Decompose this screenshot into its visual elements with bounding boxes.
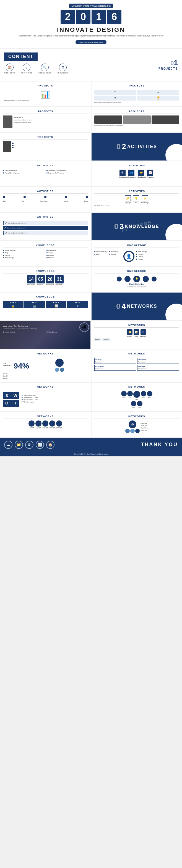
col-dot-1 xyxy=(3,170,4,171)
section-04-text: NETWORKS xyxy=(127,304,157,309)
kn-dot-2 xyxy=(47,250,48,251)
radial-chart-person: 👤 xyxy=(123,251,134,262)
bubble-sub-row xyxy=(125,429,140,433)
net-circ-dot-3 xyxy=(133,391,140,398)
act-text-5b: We think about service xyxy=(94,205,180,207)
bubble-diagram xyxy=(31,359,88,372)
net-circ-dot-4 xyxy=(141,391,146,396)
slide-networks-10b: NETWORKS 📁 Portfolio 📝 Blog ✏ Designing … xyxy=(91,321,182,349)
key-box-3: KEY 3 📊 xyxy=(46,301,67,308)
slide-knowledge-8a: KNOWLEDGE 14 PROJECT 1 05 PROJECT 2 28 P… xyxy=(0,267,91,292)
slide-title-p1a: PROJECTS xyxy=(3,84,88,88)
bubble-lbl-1: • Item One xyxy=(140,423,148,424)
footer-icon-gear[interactable]: ⚙ xyxy=(25,441,33,449)
bubble-s2 xyxy=(130,429,135,433)
slide-activities-5b: ACTIVITIES 🔑 Key Right 💡 Idea ⚡ Fast Des… xyxy=(92,187,182,212)
slide-text-p1b: Lorem ipsum dolor sit amet consectetur xyxy=(94,101,180,103)
footer-icon-cloud[interactable]: ☁ xyxy=(4,441,12,449)
slide-row-13: NETWORKS Key Right Key Right Key Right K… xyxy=(0,412,182,437)
slide-row-6: ACTIVITIES ↗ Lorem ipsum activity one ↗ … xyxy=(0,213,182,240)
footer-section: ☁ 📁 ⚙ 📊 🏠 THANK YOU xyxy=(0,438,182,452)
step-flow-11a: Step 01 Step 02 Step 03 xyxy=(3,373,88,379)
fnc-dot-5 xyxy=(56,421,62,427)
networks-text-10a: Lorem ipsum dolor sit amet consectetur a… xyxy=(3,328,88,330)
net-dot-1 xyxy=(3,332,4,333)
net-circle-7: Item xyxy=(137,401,142,409)
nav-item-projects[interactable]: 🏠 PROJECTS xyxy=(4,64,15,74)
slide-activities-5a: ACTIVITIES Start Plan Cooperation Launch… xyxy=(0,187,91,212)
photo-1 xyxy=(3,116,12,128)
net-circ-dot-1 xyxy=(121,391,127,396)
slide-row-5: ACTIVITIES Start Plan Cooperation Launch… xyxy=(0,187,182,212)
fnc-dot-3 xyxy=(42,421,48,427)
key-box-4: KEY 4 ⚙ xyxy=(67,301,88,308)
footer-icon-folder[interactable]: 📁 xyxy=(15,441,23,449)
icon-box-dev: ⚙ xyxy=(120,169,126,176)
main-title: INNOVATE DESIGN xyxy=(5,26,177,33)
networks-bubble-chart-13b: ⚙ • Item One • Item Two • Item Three • I… xyxy=(94,421,180,433)
step-label-3: Step 03 xyxy=(3,377,88,379)
slide-projects-2b: PROJECTS Lorem ipsum · Lorem ipsum · Lor… xyxy=(92,107,182,132)
nav-item-networks[interactable]: ⚙ NETWORKS xyxy=(57,64,69,74)
kn-item-2: Marketing xyxy=(47,249,88,251)
footer-icon-chart[interactable]: 📊 xyxy=(36,441,44,449)
website-button[interactable]: www.companyname.com xyxy=(76,40,107,44)
num-box-05: 05 xyxy=(36,275,45,283)
bubble-lbl-2: • Item Two xyxy=(140,425,148,427)
kn3-dot-4 xyxy=(136,258,137,260)
net-grid-title-4: • Design xyxy=(138,366,178,367)
swot-o: O xyxy=(3,400,11,407)
nav-icons-row: 🏠 PROJECTS ♪ ACTIVITIES 🔍 KNOWLEDGE ⚙ NE… xyxy=(4,64,69,74)
col-dot-3 xyxy=(3,173,4,174)
year-digit-1: 2 xyxy=(60,10,75,24)
col-item-3: Annual Development xyxy=(3,172,44,174)
kn-item-5: Photos xyxy=(3,254,44,256)
tl-label-1: Start xyxy=(3,200,6,202)
tl-dot-4 xyxy=(65,196,67,198)
thank-you-text: THANK YOU xyxy=(141,442,178,447)
footer-copyright: Copyright © http://www.pptstore.net xyxy=(0,452,182,456)
section-02-num: 2 xyxy=(122,142,126,151)
header-section: Copyright © http://www.pptstore.net 2 0 … xyxy=(0,0,182,48)
fnc-label-2: Key Right xyxy=(35,427,42,429)
conn-l2 xyxy=(131,279,133,279)
photo-2b xyxy=(123,116,151,124)
networks-icons-10b: 📁 Portfolio 📝 Blog ✏ Designing xyxy=(94,329,179,337)
net-grid-title-1: • Billing xyxy=(96,359,135,361)
col-item-1: Email Marketing xyxy=(3,169,44,171)
kn-dot-1 xyxy=(3,250,4,251)
slide-networks-12a: NETWORKS S W O T S Strengths - Lorem W W… xyxy=(0,383,91,411)
grid-item-2: ★ xyxy=(137,90,179,95)
grid-item-1: ☰ xyxy=(94,90,136,95)
col-dot-2 xyxy=(47,170,48,171)
kn3-item-1: Web Design xyxy=(136,251,147,252)
nav-label-activities: ACTIVITIES xyxy=(21,72,33,74)
act-icon-1: 🔑 xyxy=(125,195,131,202)
nav-item-activities[interactable]: ♪ ACTIVITIES xyxy=(21,64,33,74)
net-sub-2: • Analytics xyxy=(102,338,110,341)
kn3-dot-2 xyxy=(136,254,137,255)
net-grid-2: • Portfolio Lorem ipsum xyxy=(137,358,179,364)
bubble-lbl-4: • Item Four xyxy=(140,429,148,431)
tl-dot-5 xyxy=(86,196,88,198)
nav-item-knowledge[interactable]: 🔍 KNOWLEDGE xyxy=(38,64,51,74)
networks-grid-11b: • Billing Lorem ipsum • Portfolio Lorem … xyxy=(94,358,180,371)
kn-item-8: Phones xyxy=(47,257,88,258)
slide-title-a4a: ACTIVITIES xyxy=(3,164,88,168)
kn-item-7: Web Design xyxy=(3,257,44,258)
slide-row-2: PROJECTS Experience Lorem ipsum dolor si… xyxy=(0,107,182,132)
footer-icon-home[interactable]: 🏠 xyxy=(46,441,54,449)
fnc-dot-2 xyxy=(35,421,42,427)
section-02-badge: 0 2 ACTIVITIES xyxy=(115,140,158,154)
conn-l1 xyxy=(122,279,124,279)
slide-projects-3a: PROJECTS xyxy=(0,133,91,160)
our-customers-label: OurCustomers xyxy=(3,363,11,366)
icon-boxes-a4b: ⚙ Development 👥 Empowerment 🤝 Collaborat… xyxy=(94,169,180,178)
slide-networks-10a: 🏙 More about Our Customers Lorem ipsum d… xyxy=(0,321,90,349)
kn3-dot-3 xyxy=(136,256,137,257)
email-marketing-label: Email Marketing xyxy=(94,283,180,285)
slide-title-n11b: NETWORKS xyxy=(94,352,180,356)
net-circ-dot-5 xyxy=(147,391,152,396)
tl-line-2 xyxy=(26,197,44,197)
net-grid-4: • Design Lorem ipsum xyxy=(137,365,179,371)
